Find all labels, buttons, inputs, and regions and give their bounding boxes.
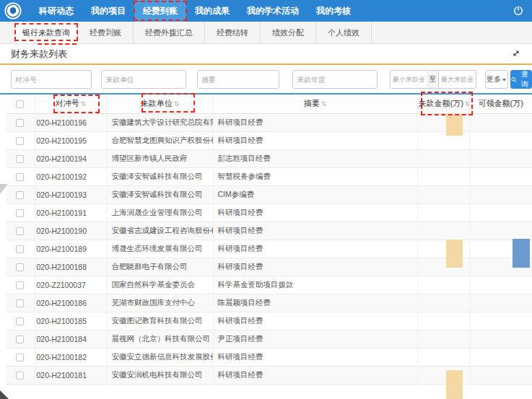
subtab-item[interactable]: 经费外拨汇总 xyxy=(134,22,205,43)
voucher-no-cell: 020-Z2100037 xyxy=(35,276,107,294)
amount-cell xyxy=(417,366,469,384)
min-amount-input[interactable] xyxy=(390,70,427,89)
amount-cell xyxy=(417,185,469,203)
subtab-item[interactable]: 经费结转 xyxy=(205,22,261,43)
summary-cell: 科研项目经费 xyxy=(213,203,417,222)
row-checkbox[interactable] xyxy=(16,263,24,271)
row-checkbox[interactable] xyxy=(16,354,24,361)
payer-unit-cell: 安徽建筑大学设计研究总院有限公司 xyxy=(107,113,213,131)
payer-unit-cell: 博望区新市镇人民政府 xyxy=(107,149,213,167)
more-button-label: 更多 xyxy=(487,75,501,83)
amount-cell xyxy=(417,113,469,131)
row-checkbox[interactable] xyxy=(16,227,24,235)
amount-cell xyxy=(417,240,469,258)
column-header-payer-unit[interactable]: 来款单位⇅ xyxy=(107,95,213,113)
payer-unit-cell: 晨视网（北京）科技有限公司 xyxy=(107,330,213,348)
column-header-receivable: 可领金额(万) xyxy=(469,95,532,113)
row-checkbox[interactable] xyxy=(16,317,24,325)
subtab-item[interactable]: 个人绩效 xyxy=(316,22,372,43)
voucher-no-cell: 020-H2100195 xyxy=(35,131,107,149)
receivable-cell xyxy=(469,348,532,366)
sort-icon[interactable]: ⇅ xyxy=(174,100,180,108)
subtab-item[interactable]: 银行来款查询 xyxy=(14,22,78,43)
year-input[interactable] xyxy=(292,70,378,89)
max-amount-input[interactable] xyxy=(438,70,476,89)
query-button-label: 查询 xyxy=(518,69,531,89)
nav-item[interactable]: 我的项目 xyxy=(82,0,134,22)
receivable-cell xyxy=(469,294,532,312)
voucher-no-cell: 020-H2100186 xyxy=(35,294,107,312)
sort-icon[interactable]: ⇅ xyxy=(81,100,87,108)
main-nav: 科研动态我的项目经费到账我的成果我的学术活动我的考核 xyxy=(30,0,359,22)
amount-cell xyxy=(417,294,469,312)
row-checkbox[interactable] xyxy=(16,191,24,199)
summary-cell: 科研项目经费 xyxy=(213,222,417,240)
nav-item[interactable]: 我的考核 xyxy=(308,0,359,22)
table-row: 020-H2100184 晨视网（北京）科技有限公司 尹正项目经费 xyxy=(6,330,532,348)
payer-unit-cell: 国家自然科学基金委员会 xyxy=(107,276,213,294)
nav-item[interactable]: 我的学术活动 xyxy=(238,0,308,22)
receivable-cell xyxy=(469,167,532,185)
sort-icon[interactable]: ⇅ xyxy=(321,100,327,108)
voucher-no-cell: 020-H2100189 xyxy=(35,240,107,258)
summary-cell: 科研项目经费 xyxy=(213,348,417,366)
sort-icon[interactable]: ⇅ xyxy=(465,100,469,108)
payer-unit-cell: 上海润晟企业管理有限公司 xyxy=(107,203,213,222)
row-checkbox[interactable] xyxy=(16,155,24,163)
amount-cell xyxy=(417,276,469,294)
payer-unit-cell: 博晟生态环境发展有限公司 xyxy=(107,240,213,258)
payer-unit-cell: 合肥智慧龙图腾知识产权股份有限公司 xyxy=(107,131,213,149)
amount-cell xyxy=(417,149,469,167)
row-checkbox[interactable] xyxy=(16,119,24,127)
voucher-no-cell: 020-H2100192 xyxy=(35,167,107,185)
summary-input[interactable] xyxy=(197,70,279,89)
receivable-cell xyxy=(469,366,532,384)
search-bar: 至 更多▼ 查询 xyxy=(0,65,532,93)
receivable-cell xyxy=(469,113,532,131)
caret-down-icon: ▼ xyxy=(502,77,507,82)
row-checkbox[interactable] xyxy=(16,281,24,289)
receivable-cell xyxy=(469,149,532,167)
summary-cell: 科学基金资助项目拨款 xyxy=(213,276,417,294)
table-row: 020-H2100188 合肥晓群电子有限公司 科研项目经费 xyxy=(6,258,532,276)
amount-cell xyxy=(417,167,469,185)
more-button[interactable]: 更多▼ xyxy=(485,70,508,89)
row-checkbox[interactable] xyxy=(16,209,24,217)
power-icon[interactable] xyxy=(512,4,525,17)
payer-unit-cell: 芜湖市财政国库支付中心 xyxy=(107,294,213,312)
row-checkbox[interactable] xyxy=(16,336,24,343)
query-button[interactable]: 查询 xyxy=(510,70,532,89)
table-row: 020-H2100194 博望区新市镇人民政府 彭志胜项目经费 xyxy=(6,149,532,167)
column-header-voucher-no[interactable]: 对冲号⇅ xyxy=(35,95,107,113)
table-row: 020-H2100182 安徽安立德新信息科技发展股份有限公司 科研项目经费 xyxy=(6,348,532,366)
voucher-no-cell: 020-H2100194 xyxy=(35,149,107,167)
nav-item[interactable]: 我的成果 xyxy=(186,0,238,22)
page-title: 财务来款列表 xyxy=(11,48,67,61)
receivable-cell xyxy=(469,276,532,294)
subtab-item[interactable]: 绩效分配 xyxy=(261,22,316,43)
table-row: 020-H2100186 芜湖市财政国库支付中心 陈晨颖项目经费 xyxy=(6,294,532,312)
voucher-no-input[interactable] xyxy=(11,70,92,89)
row-checkbox[interactable] xyxy=(16,299,24,307)
subtab-item[interactable]: 经费到账 xyxy=(78,22,134,43)
voucher-no-cell: 020-H2100184 xyxy=(35,330,107,348)
nav-item[interactable]: 科研动态 xyxy=(30,0,82,22)
row-checkbox[interactable] xyxy=(16,137,24,145)
summary-cell: 科研项目经费 xyxy=(213,258,417,276)
column-header-summary[interactable]: 摘要⇅ xyxy=(213,95,417,113)
amount-cell xyxy=(417,330,469,348)
row-checkbox[interactable] xyxy=(16,372,24,380)
table-row: 020-H2100185 安徽图记教育科技有限公司 科研项目经费 xyxy=(6,312,532,330)
expand-icon[interactable] xyxy=(509,47,523,61)
voucher-no-cell: 020-H2100182 xyxy=(35,348,107,366)
nav-item[interactable]: 经费到账 xyxy=(134,0,186,22)
column-header-amount[interactable]: 来款金额(万)⇅ xyxy=(417,95,469,113)
amount-cell xyxy=(417,222,469,240)
select-all-checkbox[interactable] xyxy=(16,100,24,108)
amount-cell xyxy=(417,312,469,330)
row-checkbox[interactable] xyxy=(16,173,24,181)
summary-cell: 科研项目经费 xyxy=(213,366,417,384)
app-window: 科研动态我的项目经费到账我的成果我的学术活动我的考核 银行来款查询经费到账经费外… xyxy=(0,0,532,399)
payer-unit-input[interactable] xyxy=(101,70,186,89)
row-checkbox[interactable] xyxy=(16,245,24,253)
